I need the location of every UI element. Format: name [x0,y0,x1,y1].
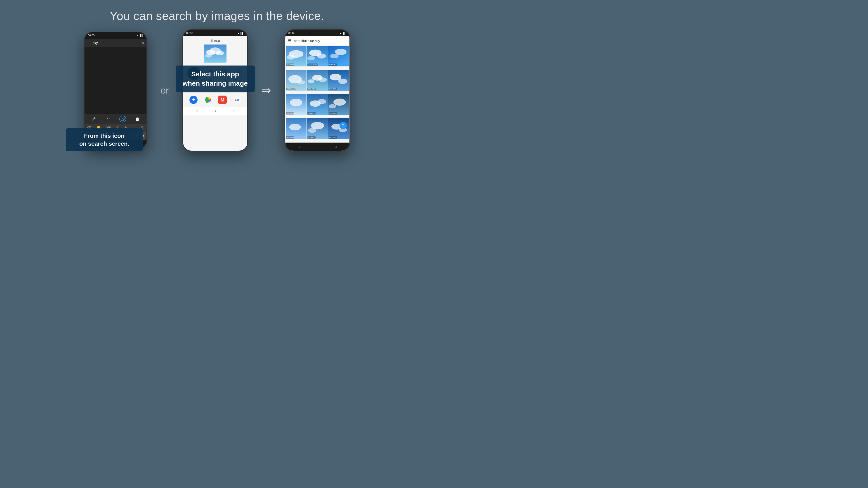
callout1-line2: on search screen. [79,140,129,147]
results-query-text: beautiful blue sky [294,39,347,43]
phone1-status-bar: 00:00 ▲ ▌▌ [85,32,147,39]
share-image-thumbnail [204,44,226,63]
svg-point-46 [289,124,301,130]
phone2-signal-icon: ▌▌ [241,32,244,35]
grid-label-1: 612x408 [286,64,294,66]
phone3-results-screen: ☰ beautiful blue sky 612x408 [285,36,349,151]
grid-label-7: 600x600 [286,112,294,115]
phone2-wrapper: 00:00 ▲ ▌▌ Share [182,29,248,151]
phone3-time: 00:00 [288,32,295,35]
callout2-line1: Select this app [191,70,239,78]
phone3-wrapper: 00:00 ▲ ▌▌ ☰ beautiful blue sky [285,29,350,151]
grid-cell-2[interactable]: 2000x1217 [307,46,328,66]
svg-point-44 [329,104,336,108]
grid-cell-10[interactable]: 800x534 [286,119,307,139]
clear-icon[interactable]: ✕ [142,41,144,45]
mic-icon[interactable]: 🎤 [90,116,97,123]
grid-label-9: 322x200 [329,112,337,115]
grid-cell-7[interactable]: 600x600 [286,94,307,115]
phone3-status-icons: ▲ ▌▌ [339,32,346,35]
svg-point-6 [216,51,224,55]
phone2-nav-bar: ◁ ○ □ [183,107,247,115]
svg-rect-2 [122,118,123,118]
svg-point-49 [308,128,316,133]
phone3-frame: 00:00 ▲ ▌▌ ☰ beautiful blue sky [285,29,350,151]
extra-app-1[interactable]: ✦ [188,95,198,105]
grid-cell-12[interactable]: 601x300 [328,119,349,139]
svg-point-25 [335,49,346,55]
grid-cell-3[interactable]: 800x451 [328,46,349,66]
svg-text:M: M [220,97,224,102]
arrow-separator: ⇒ [261,84,271,97]
grid-cell-8[interactable]: 322x200 [307,94,328,115]
grid-label-12: 601x300 [329,136,337,139]
grid-label-6: 910x607 [329,88,337,90]
svg-point-19 [287,55,295,60]
svg-point-33 [318,77,327,82]
phone3-status-bar: 00:00 ▲ ▌▌ [285,30,349,36]
more-apps-row: ✦ M [183,93,247,107]
extra-app-3[interactable]: M [217,95,227,105]
phone1-time: 00:00 [88,34,94,37]
svg-text:o: o [237,98,239,102]
svg-point-26 [330,54,339,58]
grid-cell-1[interactable]: 612x408 [286,46,307,66]
svg-text:✦: ✦ [191,97,195,102]
svg-point-23 [307,56,315,60]
grid-label-5: 508x339 [307,88,316,90]
callout2-line2: when sharing image [183,79,248,87]
grid-label-11: 450x300 [307,136,316,139]
results-toolbar: ☰ beautiful blue sky [285,36,349,45]
page-title: You can search by images in the device. [110,9,324,23]
grid-cell-11[interactable]: 450x300 [307,119,328,139]
grid-cell-6[interactable]: 910x607 [328,70,349,91]
trend-icon[interactable]: 〜 [105,116,112,123]
search-fab[interactable] [340,122,347,129]
extra-app-4[interactable]: G o [232,95,242,105]
phone1-wrapper: 00:00 ▲ ▌▌ ← ✕ [84,32,147,149]
grid-cell-9[interactable]: 322x200 [328,94,349,115]
svg-point-43 [333,98,346,105]
phone2-nav-recent[interactable]: □ [233,109,235,112]
phone2-wifi-icon: ▲ [237,32,240,35]
callout1-line1: From this icon [84,132,125,139]
grid-label-3: 800x451 [329,64,337,66]
share-image-area: Share [183,36,247,64]
phone2-nav-back[interactable]: ◁ [196,109,198,112]
phone2-status-bar: 00:00 ▲ ▌▌ [183,30,247,36]
keyboard-icons-row: 🎤 〜 📋 [85,114,147,124]
phone2-status-icons: ▲ ▌▌ [237,32,244,35]
search-input[interactable] [93,41,140,45]
grid-label-4: 1500x1125 [286,88,297,90]
phone3-nav-back[interactable]: ◁ [298,145,300,148]
phone1-search-bar[interactable]: ← ✕ [85,39,147,47]
phone3-wifi-icon: ▲ [339,32,342,35]
phone2-share-sheet: Share [183,36,247,151]
svg-point-7 [205,54,212,58]
hamburger-icon[interactable]: ☰ [288,38,291,43]
svg-point-29 [298,80,305,84]
svg-point-53 [342,125,344,126]
grid-cell-5[interactable]: 508x339 [307,70,328,91]
grid-label-2: 2000x1217 [307,64,318,66]
svg-point-38 [290,99,302,106]
or-separator: or [161,86,169,96]
phone2-time: 00:00 [186,32,193,35]
svg-point-22 [317,54,326,59]
grid-cell-4[interactable]: 1500x1125 [286,70,307,91]
image-search-icon[interactable] [119,116,126,123]
phone2-nav-home[interactable]: ○ [215,109,216,112]
phone3-signal-icon: ▌▌ [343,32,346,35]
phone3-nav-recent[interactable]: □ [335,145,337,148]
phone2-callout: Select this app when sharing image [176,66,255,92]
back-icon[interactable]: ← [87,40,91,45]
extra-app-2[interactable] [203,95,213,105]
clipboard-icon[interactable]: 📋 [134,116,141,123]
search-content-area [85,47,147,114]
phone3-nav-home[interactable]: ○ [317,145,318,148]
phone1-status-icons: ▲ ▌▌ [136,34,143,37]
results-grid: 612x408 2000x1217 [285,45,349,142]
svg-point-32 [308,79,314,84]
phones-row: 00:00 ▲ ▌▌ ← ✕ [0,29,434,151]
svg-point-36 [338,78,347,84]
